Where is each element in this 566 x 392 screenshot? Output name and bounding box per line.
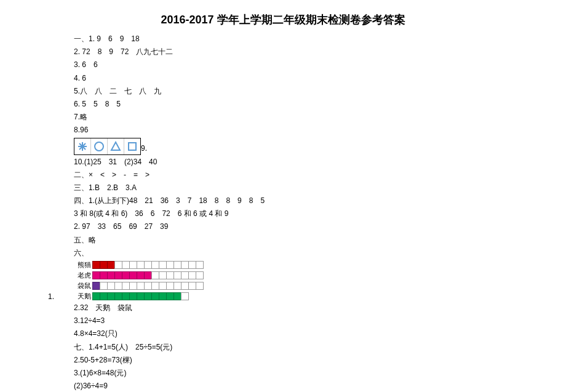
answer-6: 六、 <box>74 247 492 259</box>
answer-1-8: 8.96 <box>74 124 492 136</box>
chart-bar <box>92 282 203 290</box>
answer-1-6: 6. 5 5 8 5 <box>74 98 492 110</box>
triangle-icon <box>108 138 124 154</box>
answer-1-9-label: 9. <box>141 143 147 154</box>
chart-cell <box>196 271 204 279</box>
chart-bar <box>92 292 188 300</box>
chart-cell <box>196 282 204 290</box>
answer-7-4: (2)36÷4=9 <box>74 380 492 392</box>
chart-label: 老虎 <box>74 271 91 280</box>
chart-row: 老虎 <box>74 271 492 280</box>
chart-cell <box>196 261 204 269</box>
answer-2: 二、× < > - = > <box>74 169 492 181</box>
shapes-box <box>74 138 141 155</box>
answer-6-1-prefix: 1. <box>48 292 54 301</box>
chart-bar <box>92 261 203 269</box>
chart-row: 1.天鹅 <box>74 292 492 301</box>
answer-1-7: 7.略 <box>74 111 492 123</box>
svg-point-4 <box>95 142 103 151</box>
answer-7-3: 3.(1)6×8=48(元) <box>74 367 492 379</box>
chart-label: 天鹅 <box>74 292 91 301</box>
page-title: 2016-2017 学年上学期二年级期末检测卷参考答案 <box>74 12 492 27</box>
chart-bar <box>92 271 203 279</box>
answer-7-1: 七、1.4+1=5(人) 25÷5=5(元) <box>74 342 492 353</box>
answer-1-3: 3. 6 6 <box>74 59 492 71</box>
answer-5: 五、略 <box>74 234 492 246</box>
circle-icon <box>91 138 108 154</box>
svg-rect-6 <box>129 143 136 150</box>
answer-6-3: 3.12÷4=3 <box>74 315 492 327</box>
answer-7-2: 2.50-5+28=73(棵) <box>74 354 492 366</box>
chart-label: 熊猫 <box>74 260 91 270</box>
answer-6-4: 4.8×4=32(只) <box>74 328 492 340</box>
chart-label: 袋鼠 <box>74 281 91 290</box>
answer-4-1: 四、1.(从上到下)48 21 36 3 7 18 8 8 9 8 5 <box>74 195 492 207</box>
answer-1-9: 9. <box>74 138 492 155</box>
chart-row: 熊猫 <box>74 260 492 270</box>
answer-6-2: 2.32 天鹅 袋鼠 <box>74 302 492 314</box>
answer-1-1: 一、1. 9 6 9 18 <box>74 33 492 45</box>
chart-row: 袋鼠 <box>74 281 492 290</box>
answer-1-4: 4. 6 <box>74 73 492 84</box>
answer-3: 三、1.B 2.B 3.A <box>74 182 492 194</box>
answer-1-5: 5.八 八 二 七 八 九 <box>74 86 492 97</box>
asterisk-icon <box>74 138 91 154</box>
answer-4-3: 2. 97 33 65 69 27 39 <box>74 221 492 233</box>
answer-1-2: 2. 72 8 9 72 八九七十二 <box>74 46 492 58</box>
answer-4-2: 3 和 8(或 4 和 6) 36 6 72 6 和 6 或 4 和 9 <box>74 208 492 220</box>
square-icon <box>124 138 140 154</box>
chart-cell <box>181 292 189 300</box>
bar-chart: 熊猫老虎袋鼠1.天鹅 <box>74 260 492 301</box>
answer-1-10: 10.(1)25 31 (2)34 40 <box>74 156 492 168</box>
svg-marker-5 <box>111 142 120 150</box>
